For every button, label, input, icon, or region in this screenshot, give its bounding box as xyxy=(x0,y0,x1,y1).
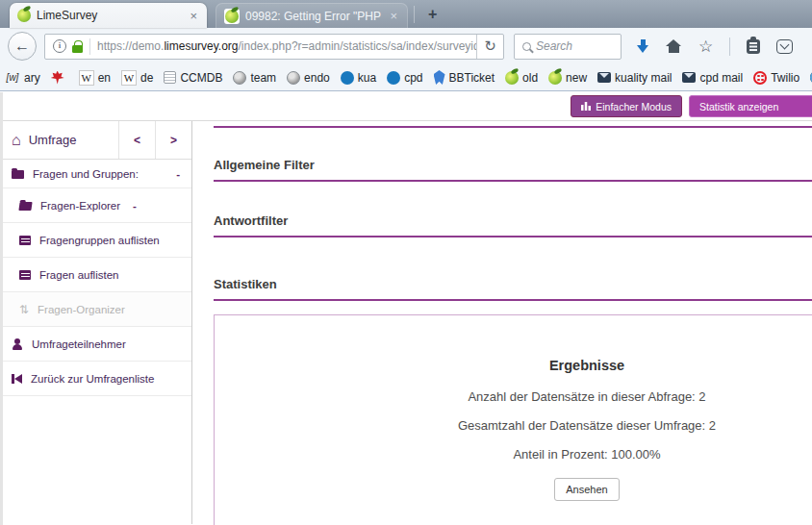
bookmark-item[interactable]: cpd xyxy=(387,71,422,85)
expand-sidebar-button[interactable]: > xyxy=(155,121,191,159)
bar-chart-icon xyxy=(581,102,591,111)
back-button[interactable]: ← xyxy=(8,32,37,61)
bookmark-item[interactable]: CCMDB xyxy=(164,71,222,85)
url-text[interactable]: https://demo.limesurvey.org/index.php?r=… xyxy=(97,39,476,53)
url-scheme: https://demo. xyxy=(97,39,164,53)
section-response-filters[interactable]: Antwortfilter xyxy=(214,213,812,238)
section-statistics[interactable]: Statistiken xyxy=(214,277,812,301)
bookmark-item[interactable]: BBTicket xyxy=(434,70,495,85)
bookmark-item[interactable]: ary xyxy=(5,70,40,86)
bookmark-item[interactable]: Twilio xyxy=(753,71,799,85)
section-general-filters[interactable]: Allgemeine Filter xyxy=(214,158,812,182)
wikipedia-icon xyxy=(79,70,94,86)
sidebar-home[interactable]: ⌂ Umfrage xyxy=(0,121,118,159)
open-folder-icon xyxy=(18,202,32,211)
bookmark-item[interactable]: kua xyxy=(341,71,376,85)
limesurvey-favicon-icon xyxy=(225,10,239,23)
bookmark-item[interactable]: team xyxy=(233,71,276,85)
view-button[interactable]: Ansehen xyxy=(554,478,619,501)
download-icon[interactable] xyxy=(637,39,649,54)
blue-dot-icon xyxy=(387,71,400,85)
show-statistics-label: Statistik anzeigen xyxy=(699,101,778,112)
pocket-icon[interactable] xyxy=(776,39,793,54)
bookmark-label: team xyxy=(250,71,276,85)
twilio-icon xyxy=(753,71,767,85)
url-bar[interactable]: https://demo.limesurvey.org/index.php?r=… xyxy=(44,34,504,60)
url-path: /index.php?r=admin/statistics/sa/index/s… xyxy=(239,39,476,53)
tab-bugreport[interactable]: 09982: Getting Error "PHP ... × xyxy=(216,3,408,28)
wikipedia-icon xyxy=(121,70,137,86)
folder-icon xyxy=(12,170,24,179)
sidebar-item-label: Fragengruppen auflisten xyxy=(39,235,160,246)
toolbar-icons: ☆ xyxy=(637,38,784,56)
collapse-sidebar-button[interactable]: < xyxy=(118,121,155,159)
lime-icon xyxy=(548,71,562,85)
search-input[interactable]: Search xyxy=(514,34,622,60)
page-info-icon[interactable] xyxy=(53,39,66,53)
sidebar-title: Umfrage xyxy=(29,133,77,147)
page-edge xyxy=(0,92,3,525)
sidebar-item-label: Zurück zur Umfragenliste xyxy=(31,373,154,385)
bookmark-label: Twilio xyxy=(771,71,799,85)
section-divider xyxy=(214,126,812,128)
bookmark-label: old xyxy=(522,71,538,85)
w-brackets-icon xyxy=(5,70,20,86)
bookmark-item[interactable]: endo xyxy=(287,71,330,85)
sidebar-item-label: Fragen auflisten xyxy=(39,269,118,281)
sidebar-item-questions-groups[interactable]: Fragen und Gruppen: - xyxy=(0,160,191,188)
tab-separator xyxy=(414,6,415,23)
bookmark-item[interactable]: de xyxy=(121,70,153,86)
sidebar-item-label: Fragen und Gruppen: xyxy=(33,168,139,180)
ribbon-icon xyxy=(434,70,445,85)
bookmark-label: de xyxy=(140,71,153,85)
bookmark-item[interactable]: en xyxy=(79,70,111,86)
sidebar-item-list-question-groups[interactable]: Fragengruppen auflisten xyxy=(0,223,191,258)
sidebar-item-survey-participants[interactable]: Umfrageteilnehmer xyxy=(0,327,191,362)
sidebar-item-back-to-survey-list[interactable]: Zurück zur Umfragenliste xyxy=(0,362,191,396)
bookmark-item[interactable] xyxy=(51,71,68,85)
bookmark-label: kuality mail xyxy=(615,71,672,85)
navigation-toolbar: ← https://demo.limesurvey.org/index.php?… xyxy=(0,28,812,64)
sidebar-item-question-organizer: ⇅ Fragen-Organizer xyxy=(0,292,191,327)
show-statistics-button[interactable]: Statistik anzeigen xyxy=(689,95,812,117)
sidebar-item-question-explorer[interactable]: Fragen-Explorer - xyxy=(0,188,191,223)
new-tab-button[interactable]: + xyxy=(420,4,444,25)
search-placeholder: Search xyxy=(536,39,572,53)
tab-title: LimeSurvey xyxy=(37,9,182,22)
bookmark-item[interactable]: kuality mail xyxy=(597,71,672,85)
tab-close-icon[interactable]: × xyxy=(188,9,199,23)
bookmark-star-icon[interactable]: ☆ xyxy=(698,38,713,55)
bookmark-label: cpd mail xyxy=(699,71,743,85)
bookmark-label: endo xyxy=(304,71,330,85)
sidebar-item-label: Umfrageteilnehmer xyxy=(32,338,126,350)
home-icon: ⌂ xyxy=(12,134,21,147)
home-icon[interactable] xyxy=(666,39,682,53)
bookmark-label: CCMDB xyxy=(180,71,222,85)
sidebar-item-list-questions[interactable]: Fragen auflisten xyxy=(0,258,191,292)
collapse-toggle[interactable]: - xyxy=(176,168,180,180)
favicon-box xyxy=(224,9,240,24)
bookmarks-menu-icon[interactable] xyxy=(747,39,760,54)
bookmark-item[interactable]: old xyxy=(505,71,538,85)
sidebar-item-label: Fragen-Explorer xyxy=(40,200,120,212)
globe-icon xyxy=(233,71,246,85)
url-domain: limesurvey.org xyxy=(164,39,238,53)
bookmarks-toolbar: ary en de CCMDB team endo kua cpd BBTick… xyxy=(0,64,812,91)
simple-mode-button[interactable]: Einfacher Modus xyxy=(571,95,682,117)
ssl-lock-icon[interactable] xyxy=(72,45,83,53)
url-divider xyxy=(89,38,90,55)
mail-icon xyxy=(682,72,696,83)
bookmark-label: new xyxy=(566,71,587,85)
globe-icon xyxy=(287,71,300,85)
reload-button[interactable]: ↻ xyxy=(476,35,503,59)
sidebar-header: ⌂ Umfrage < > xyxy=(0,121,191,160)
bookmark-label: kua xyxy=(358,71,376,85)
mail-icon xyxy=(597,72,611,83)
bookmark-item[interactable]: cpd mail xyxy=(682,71,743,85)
search-icon xyxy=(522,42,531,51)
tab-limesurvey[interactable]: LimeSurvey × xyxy=(10,3,207,28)
bookmark-item[interactable]: new xyxy=(548,71,587,85)
blue-dot-icon xyxy=(341,71,354,85)
tab-close-icon[interactable]: × xyxy=(388,9,399,23)
page-body: ⌂ Umfrage < > Fragen und Gruppen: - Frag… xyxy=(0,121,812,524)
